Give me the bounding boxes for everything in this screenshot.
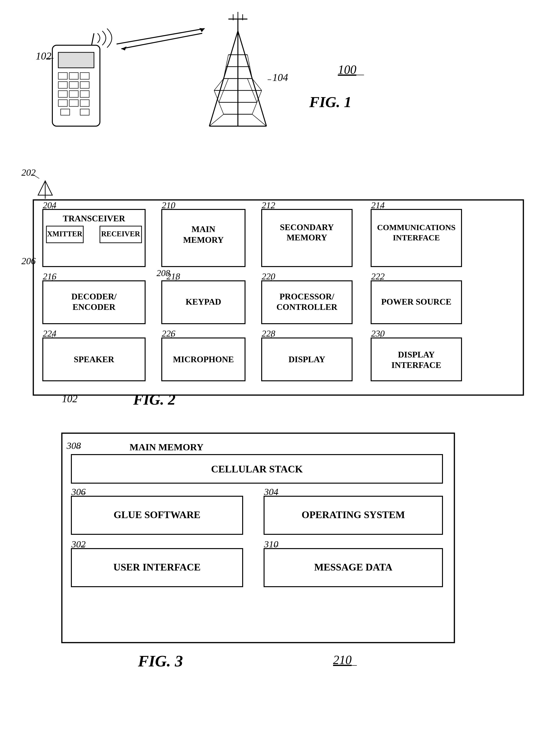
- svg-rect-10: [80, 91, 89, 97]
- svg-text:USER INTERFACE: USER INTERFACE: [114, 562, 201, 573]
- svg-text:SPEAKER: SPEAKER: [74, 354, 115, 364]
- svg-text:CONTROLLER: CONTROLLER: [276, 302, 338, 312]
- svg-text:310: 310: [264, 539, 278, 550]
- svg-rect-115: [371, 338, 461, 381]
- svg-text:DISPLAY: DISPLAY: [398, 350, 435, 359]
- svg-text:210: 210: [162, 200, 175, 210]
- svg-text:306: 306: [71, 486, 85, 497]
- svg-text:KEYPAD: KEYPAD: [186, 297, 221, 307]
- svg-rect-7: [80, 82, 89, 88]
- svg-text:OPERATING SYSTEM: OPERATING SYSTEM: [302, 509, 405, 520]
- svg-text:MEMORY: MEMORY: [183, 235, 224, 245]
- svg-rect-2: [58, 72, 67, 79]
- svg-text:212: 212: [262, 200, 275, 210]
- svg-rect-13: [80, 100, 89, 106]
- svg-text:FIG. 2: FIG. 2: [133, 391, 176, 408]
- svg-line-43: [219, 102, 224, 114]
- svg-line-16: [91, 33, 94, 45]
- svg-text:COMMUNICATIONS: COMMUNICATIONS: [377, 223, 455, 232]
- svg-rect-5: [58, 82, 67, 88]
- svg-text:102: 102: [36, 50, 51, 62]
- fig3-svg: 308 MAIN MEMORY CELLULAR STACK 306 GLUE …: [47, 424, 500, 709]
- svg-text:204: 204: [43, 200, 56, 210]
- svg-text:MICROPHONE: MICROPHONE: [173, 354, 234, 364]
- svg-rect-3: [69, 72, 78, 79]
- svg-text:DISPLAY: DISPLAY: [289, 354, 326, 364]
- fig2-svg: 202 206 TRANSCEIVER XMITTER RECEIVER 204: [14, 162, 538, 412]
- svg-text:MAIN: MAIN: [191, 225, 215, 234]
- svg-text:MEMORY: MEMORY: [287, 233, 327, 242]
- svg-rect-14: [61, 109, 70, 115]
- svg-rect-1: [58, 52, 94, 68]
- svg-text:INTERFACE: INTERFACE: [391, 360, 441, 370]
- svg-text:DECODER/: DECODER/: [71, 292, 117, 301]
- svg-text:MAIN MEMORY: MAIN MEMORY: [130, 442, 204, 452]
- svg-rect-15: [80, 109, 89, 115]
- svg-text:222: 222: [371, 271, 385, 281]
- svg-text:214: 214: [371, 200, 385, 210]
- fig3-area: 308 MAIN MEMORY CELLULAR STACK 306 GLUE …: [47, 424, 500, 709]
- svg-text:210: 210: [333, 653, 352, 667]
- svg-text:TRANSCEIVER: TRANSCEIVER: [63, 214, 125, 223]
- svg-text:RECEIVER: RECEIVER: [101, 230, 140, 238]
- svg-text:INTERFACE: INTERFACE: [393, 233, 440, 242]
- svg-text:202: 202: [21, 167, 36, 178]
- svg-text:226: 226: [162, 328, 175, 338]
- svg-text:302: 302: [71, 539, 85, 550]
- svg-text:100: 100: [338, 63, 356, 77]
- fig1-area: 102 104 100 FIG. 1: [24, 7, 535, 155]
- svg-text:XMITTER: XMITTER: [47, 230, 82, 238]
- svg-text:FIG. 1: FIG. 1: [309, 94, 352, 111]
- svg-text:MESSAGE DATA: MESSAGE DATA: [314, 562, 392, 573]
- svg-text:102: 102: [62, 393, 77, 405]
- svg-text:216: 216: [43, 271, 56, 281]
- svg-text:POWER SOURCE: POWER SOURCE: [381, 297, 451, 307]
- svg-text:PROCESSOR/: PROCESSOR/: [279, 292, 335, 301]
- svg-line-44: [252, 102, 257, 114]
- svg-text:230: 230: [371, 328, 385, 338]
- svg-text:FIG. 3: FIG. 3: [138, 652, 183, 670]
- svg-text:SECONDARY: SECONDARY: [280, 223, 334, 232]
- svg-text:220: 220: [262, 271, 275, 281]
- svg-text:ENCODER: ENCODER: [72, 302, 116, 312]
- svg-rect-11: [58, 100, 67, 106]
- svg-rect-6: [69, 82, 78, 88]
- svg-text:104: 104: [272, 71, 288, 83]
- svg-text:228: 228: [262, 328, 275, 338]
- svg-rect-12: [69, 100, 78, 106]
- svg-text:206: 206: [21, 256, 36, 266]
- svg-text:304: 304: [264, 486, 278, 497]
- fig1-svg: 102 104 100 FIG. 1: [24, 7, 535, 155]
- fig2-area: 202 206 TRANSCEIVER XMITTER RECEIVER 204: [14, 162, 538, 412]
- svg-rect-4: [80, 72, 89, 79]
- svg-text:GLUE SOFTWARE: GLUE SOFTWARE: [114, 509, 200, 520]
- svg-rect-9: [69, 91, 78, 97]
- svg-text:308: 308: [66, 440, 81, 451]
- svg-rect-8: [58, 91, 67, 97]
- svg-text:224: 224: [43, 328, 56, 338]
- svg-text:CELLULAR STACK: CELLULAR STACK: [211, 464, 303, 475]
- page: 102 104 100 FIG. 1 202 206: [0, 0, 560, 739]
- svg-text:218: 218: [167, 271, 180, 281]
- svg-marker-18: [199, 28, 205, 32]
